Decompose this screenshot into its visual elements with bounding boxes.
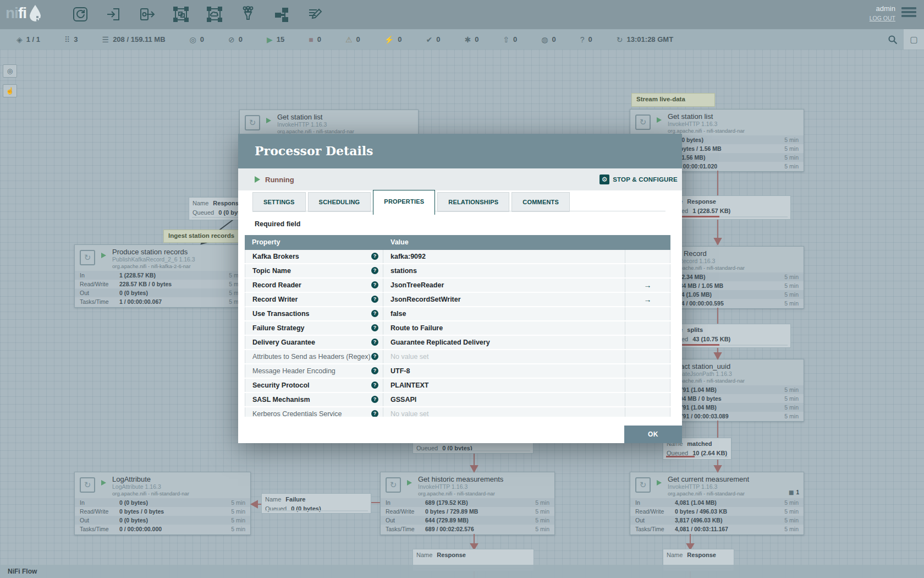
refresh-button[interactable]: ↻13:01:28 GMT xyxy=(617,35,673,44)
component-toolbar xyxy=(70,4,325,24)
property-name: Record Reader? xyxy=(245,279,383,292)
processor-details-dialog: Processor Details Running ⚙ STOP & CONFI… xyxy=(238,134,682,443)
connection-label-value: 10 (2.64 KB) xyxy=(692,450,727,456)
breadcrumb[interactable]: NiFi Flow xyxy=(8,565,37,578)
stat-window: 5 min xyxy=(776,272,799,281)
stat-label: Read/Write xyxy=(635,507,675,516)
tab-properties[interactable]: PROPERTIES xyxy=(373,190,435,215)
help-icon[interactable]: ? xyxy=(371,253,378,260)
locally-modified-stale-status: ◍0 xyxy=(541,35,556,44)
thread-count-badge: ▦1 xyxy=(789,489,799,495)
connection-label-key: Name xyxy=(667,552,683,558)
processor-type: InvokeHTTP 1.16.3 xyxy=(418,483,552,490)
stat-row: In1 (228.57 KB)5 min xyxy=(75,271,248,280)
column-value: Value xyxy=(383,235,625,250)
stat-window: 5 min xyxy=(526,507,549,516)
stat-label: In xyxy=(80,271,119,280)
help-icon[interactable]: ? xyxy=(371,281,378,288)
funnel-icon[interactable] xyxy=(238,4,258,24)
search-button[interactable] xyxy=(882,29,904,50)
stat-value: 0 bytes / 0 bytes xyxy=(119,507,222,516)
birdseye-toggle[interactable]: ▢ xyxy=(904,29,924,50)
help-icon[interactable]: ? xyxy=(371,339,378,346)
canvas-label-ingest-station-records[interactable]: Ingest station records xyxy=(163,230,250,243)
processor-produce-station-records[interactable]: ↻Produce station recordsPublishKafkaReco… xyxy=(74,244,249,308)
stat-window: 5 min xyxy=(776,498,799,507)
tab-comments[interactable]: COMMENTS xyxy=(512,192,570,212)
threads-icon: ▦ xyxy=(789,489,794,495)
processor-bundle: org.apache.nifi - nifi-standard-nar xyxy=(418,490,552,497)
property-row: Security Protocol?PLAINTEXT xyxy=(245,379,670,393)
stat-label: Tasks/Time xyxy=(80,297,119,306)
running-indicator-icon xyxy=(101,253,106,258)
transmitting-count: 0 xyxy=(200,35,204,43)
connection-label-key: Queued xyxy=(193,209,214,216)
help-icon[interactable]: ? xyxy=(371,310,378,317)
label-icon[interactable] xyxy=(305,4,325,24)
stat-label: Tasks/Time xyxy=(80,525,119,533)
invalid-icon: ⚠ xyxy=(345,35,353,44)
stat-row: Tasks/Time689 / 00:02:02.5765 min xyxy=(381,525,554,533)
processor-titles: Produce station recordsPublishKafkaRecor… xyxy=(112,248,246,270)
connection-label-row: Queued1 (228.57 KB) xyxy=(667,206,787,216)
stat-row: In4,081 (1.04 MB)5 min xyxy=(630,498,804,507)
logout-link[interactable]: LOG OUT xyxy=(870,15,895,21)
processor-type-icon: ↻ xyxy=(80,477,95,493)
property-value: JsonRecordSetWriter xyxy=(383,293,625,307)
processor-title: Get station list xyxy=(668,112,801,121)
locally-modified-stale-count: 0 xyxy=(552,35,556,43)
invalid-status: ⚠0 xyxy=(345,35,360,44)
stat-row: Out0 (0 bytes)5 min xyxy=(75,516,250,525)
processor-get-historic-measurements[interactable]: ↻Get historic measurementsInvokeHTTP 1.1… xyxy=(380,472,555,535)
help-icon[interactable]: ? xyxy=(371,267,378,274)
property-name: Attributes to Send as Headers (Regex)? xyxy=(245,350,383,363)
stat-window: 5 min xyxy=(776,144,799,153)
stat-value: 0 bytes / 1.56 MB xyxy=(675,144,776,153)
stat-window: 5 min xyxy=(776,412,799,421)
stat-window: 5 min xyxy=(776,507,799,516)
tab-relationships[interactable]: RELATIONSHIPS xyxy=(437,192,509,212)
connection-label-failure[interactable]: NameFailureQueued0 (0 bytes) xyxy=(261,493,371,514)
ok-button[interactable]: OK xyxy=(624,426,682,443)
input-port-icon[interactable] xyxy=(104,4,124,24)
process-group-icon[interactable] xyxy=(171,4,191,24)
go-to-service-icon[interactable]: → xyxy=(644,295,652,304)
help-icon[interactable]: ? xyxy=(371,367,378,374)
remote-process-group-icon[interactable] xyxy=(205,4,224,24)
stop-and-configure-button[interactable]: ⚙ STOP & CONFIGURE xyxy=(600,175,678,184)
connection-label-row: NameResponse xyxy=(416,550,530,560)
tab-settings[interactable]: SETTINGS xyxy=(252,192,306,212)
template-icon[interactable] xyxy=(272,4,292,24)
stat-window: 5 min xyxy=(222,525,245,533)
property-value: stations xyxy=(383,264,625,277)
connection-label-value: Response xyxy=(687,552,716,558)
processor-get-current-measurement[interactable]: ↻Get current measurementInvokeHTTP 1.16.… xyxy=(630,472,804,535)
help-icon[interactable]: ? xyxy=(371,296,378,303)
navigate-palette-button[interactable]: ◎ xyxy=(3,64,17,78)
help-icon[interactable]: ? xyxy=(371,381,378,389)
property-extra xyxy=(625,364,670,378)
operate-palette-button[interactable]: ☝ xyxy=(3,84,17,97)
disabled-icon: ⚡ xyxy=(384,35,394,44)
connection-label-queued-historic[interactable]: Queued0 (0 bytes) xyxy=(413,443,534,454)
processor-type-icon: ↻ xyxy=(80,250,95,265)
processor-icon[interactable] xyxy=(70,4,90,24)
invalid-count: 0 xyxy=(356,35,360,43)
last-refresh-time: 13:01:28 GMT xyxy=(627,35,674,43)
processor-log-attribute[interactable]: ↻LogAttributeLogAttribute 1.16.3org.apac… xyxy=(74,472,251,535)
help-icon[interactable]: ? xyxy=(371,324,378,331)
queue-track xyxy=(265,510,368,511)
help-icon[interactable]: ? xyxy=(371,353,378,360)
properties-table: Property Value Kafka Brokers?kafka:9092T… xyxy=(245,235,670,417)
property-value: No value set xyxy=(383,350,625,363)
output-port-icon[interactable] xyxy=(138,4,157,24)
canvas-label-stream-live-data[interactable]: Stream live-data xyxy=(631,93,715,107)
help-icon[interactable]: ? xyxy=(371,396,378,403)
tab-scheduling[interactable]: SCHEDULING xyxy=(308,192,371,212)
stat-row: Read/Write228.57 KB / 0 bytes5 min xyxy=(75,280,248,288)
stat-value: 0 (0 bytes) xyxy=(119,288,220,297)
help-icon[interactable]: ? xyxy=(371,410,378,417)
connection-label-row: NameResponse xyxy=(667,550,730,560)
global-menu-icon[interactable] xyxy=(901,7,916,19)
go-to-service-icon[interactable]: → xyxy=(644,281,652,290)
